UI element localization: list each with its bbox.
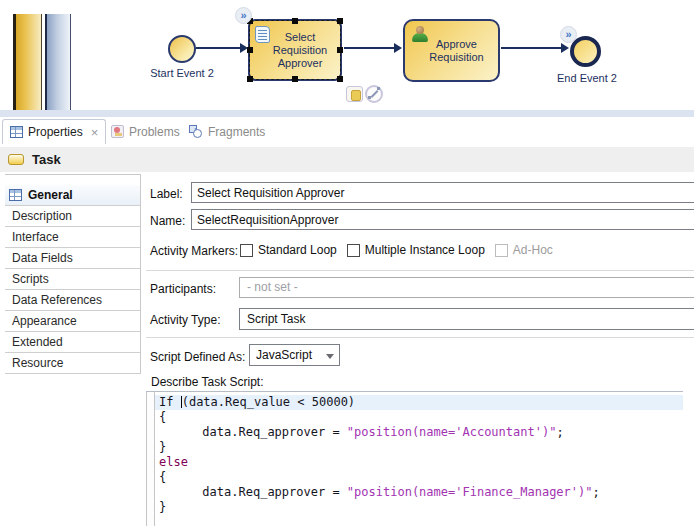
sidebar-item-extended[interactable]: Extended — [5, 332, 140, 353]
code-line[interactable]: else — [155, 455, 683, 470]
script-editor[interactable]: If (data.Req_value < 50000){ data.Req_ap… — [146, 391, 683, 526]
sequence-flow-1[interactable] — [196, 47, 241, 49]
sequence-flow-2[interactable] — [344, 47, 395, 49]
tab-label: Problems — [129, 125, 180, 139]
code-line[interactable]: { — [155, 410, 683, 425]
properties-view-icon — [10, 126, 23, 138]
activity-type-field[interactable]: Script Task — [239, 308, 694, 330]
selection-handle[interactable] — [247, 76, 253, 82]
tab-label: Fragments — [208, 125, 265, 139]
code-line[interactable]: If (data.Req_value < 50000) — [155, 395, 683, 410]
tab-properties[interactable]: Properties × — [2, 119, 106, 144]
properties-sidebar: General Description Interface Data Field… — [5, 174, 141, 374]
sidebar-item-resource[interactable]: Resource — [5, 353, 140, 374]
fragments-view-icon — [189, 125, 203, 138]
describe-task-script-label: Describe Task Script: — [151, 375, 263, 389]
script-editor-code[interactable]: If (data.Req_value < 50000){ data.Req_ap… — [155, 392, 683, 526]
sidebar-item-appearance[interactable]: Appearance — [5, 311, 140, 332]
participants-field[interactable]: - not set - — [239, 277, 694, 298]
problems-view-icon — [111, 125, 124, 138]
chevron-down-icon — [326, 354, 334, 359]
tab-fragments[interactable]: Fragments — [182, 119, 272, 144]
checkbox-ad-hoc — [495, 244, 508, 257]
process-canvas[interactable]: Start Event 2 Select Requisition Approve… — [0, 0, 694, 110]
checkbox-standard-loop[interactable] — [240, 244, 253, 257]
end-event-label: End Event 2 — [542, 72, 632, 84]
task-select-requisition-approver[interactable]: Select Requisition Approver — [248, 19, 342, 81]
connection-assist-icon[interactable] — [365, 85, 383, 103]
quick-edit-icon[interactable] — [346, 86, 363, 102]
jump-to-icon[interactable]: » — [235, 7, 252, 24]
tab-problems[interactable]: Problems — [104, 119, 187, 144]
selection-handle[interactable] — [292, 76, 298, 82]
code-line[interactable]: data.Req_approver = "position(name='Acco… — [155, 425, 683, 440]
sidebar-item-scripts[interactable]: Scripts — [5, 269, 140, 290]
script-task-icon — [255, 26, 270, 43]
selection-handle[interactable] — [337, 18, 343, 24]
ad-hoc-label: Ad-Hoc — [513, 243, 553, 257]
start-event-shape[interactable] — [168, 35, 196, 63]
name-field-label: Name: — [150, 214, 185, 228]
activity-markers-group: Standard Loop Multiple Instance Loop Ad-… — [240, 241, 553, 259]
jump-to-icon[interactable]: » — [560, 26, 577, 43]
sidebar-item-general[interactable]: General — [5, 185, 140, 206]
sequence-flow-3[interactable] — [501, 47, 562, 49]
label-input[interactable] — [191, 182, 694, 203]
tab-label: Properties — [28, 125, 83, 139]
task-shape-icon — [8, 154, 24, 165]
task-approve-requisition[interactable]: Approve Requisition — [403, 19, 500, 82]
selection-handle[interactable] — [247, 47, 253, 53]
sidebar-item-description[interactable]: Description — [5, 206, 140, 227]
selection-handle[interactable] — [337, 47, 343, 53]
selection-handle[interactable] — [337, 76, 343, 82]
checkbox-multiple-instance-loop[interactable] — [347, 244, 360, 257]
script-defined-as-label: Script Defined As: — [150, 350, 245, 364]
code-line[interactable]: } — [155, 500, 683, 515]
multiple-instance-loop-label: Multiple Instance Loop — [365, 243, 485, 257]
form-separator — [146, 337, 694, 338]
selection-handle[interactable] — [292, 18, 298, 24]
editor-annotation-ruler[interactable] — [146, 392, 155, 526]
view-splitter[interactable] — [0, 110, 694, 117]
pool-edge-blue[interactable] — [45, 14, 71, 110]
dropdown-value: JavaScript — [256, 348, 312, 362]
form-separator — [146, 270, 694, 271]
activity-markers-label: Activity Markers: — [150, 244, 238, 258]
code-line[interactable]: { — [155, 470, 683, 485]
view-tabbar: Properties × Problems Fragments — [0, 117, 694, 144]
sidebar-item-data-references[interactable]: Data References — [5, 290, 140, 311]
participants-label: Participants: — [150, 282, 216, 296]
sidebar-item-interface[interactable]: Interface — [5, 227, 140, 248]
name-input[interactable] — [191, 209, 694, 230]
user-task-icon — [412, 26, 428, 42]
activity-type-label: Activity Type: — [150, 313, 220, 327]
label-field-label: Label: — [150, 187, 183, 201]
sidebar-item-data-fields[interactable]: Data Fields — [5, 248, 140, 269]
standard-loop-label: Standard Loop — [258, 243, 337, 257]
code-line[interactable]: data.Req_approver = "position(name='Fina… — [155, 485, 683, 500]
section-header: Task — [0, 147, 694, 172]
code-line[interactable]: } — [155, 440, 683, 455]
pool-edge-yellow[interactable] — [13, 14, 42, 110]
start-event-label: Start Event 2 — [137, 67, 227, 79]
general-page-icon — [9, 189, 22, 201]
end-event-shape[interactable] — [570, 36, 601, 67]
section-title: Task — [32, 152, 61, 167]
script-language-dropdown[interactable]: JavaScript — [249, 344, 340, 366]
app-window: Start Event 2 Select Requisition Approve… — [0, 0, 694, 526]
close-icon[interactable]: × — [91, 125, 99, 140]
